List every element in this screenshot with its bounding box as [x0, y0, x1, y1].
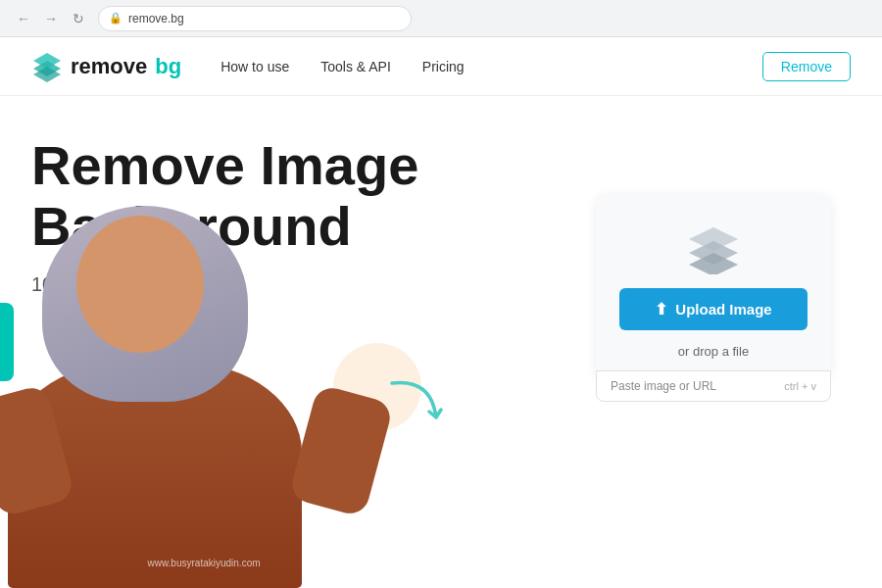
person-placeholder: www.busyratakiyudin.com — [0, 147, 439, 588]
logo-icon — [31, 51, 63, 82]
browser-nav-buttons: ← → ↻ — [12, 7, 90, 30]
logo-text-remove: remove — [71, 54, 147, 79]
person-image: www.busyratakiyudin.com — [0, 147, 439, 588]
page: removebg How to use Tools & API Pricing … — [0, 37, 882, 588]
main-content: Remove Image Background 100% Aut…y and F… — [0, 96, 882, 588]
browser-chrome: ← → ↻ 🔒 remove.bg — [0, 0, 882, 37]
watermark: www.busyratakiyudin.com — [147, 558, 260, 568]
upload-panel: ⬆ Upload Image or drop a file Paste imag… — [576, 135, 851, 588]
login-button[interactable]: Remove — [762, 52, 851, 81]
nav-right: Remove — [762, 52, 851, 81]
drop-text: or drop a file — [678, 344, 749, 359]
navbar: removebg How to use Tools & API Pricing … — [0, 37, 882, 96]
lock-icon: 🔒 — [109, 12, 122, 24]
upload-card: ⬆ Upload Image or drop a file — [596, 194, 831, 378]
nav-tools-api[interactable]: Tools & API — [320, 59, 391, 74]
nav-how-to-use[interactable]: How to use — [220, 59, 289, 74]
upload-button-label: Upload Image — [675, 301, 771, 318]
paste-hint: ctrl + v — [784, 380, 816, 392]
forward-button[interactable]: → — [39, 7, 63, 30]
address-bar[interactable]: 🔒 remove.bg — [98, 6, 412, 31]
logo[interactable]: removebg — [31, 51, 181, 82]
paste-bar[interactable]: Paste image or URL ctrl + v — [596, 370, 831, 402]
layers-icon — [684, 225, 743, 274]
upload-icon: ⬆ — [655, 300, 667, 318]
paste-label: Paste image or URL — [611, 379, 716, 393]
refresh-button[interactable]: ↻ — [67, 7, 90, 30]
back-button[interactable]: ← — [12, 7, 35, 30]
url-text: remove.bg — [128, 12, 184, 25]
logo-text-bg: bg — [155, 54, 181, 79]
nav-pricing[interactable]: Pricing — [422, 59, 465, 74]
upload-button[interactable]: ⬆ Upload Image — [619, 288, 808, 330]
nav-links: How to use Tools & API Pricing — [220, 59, 464, 74]
